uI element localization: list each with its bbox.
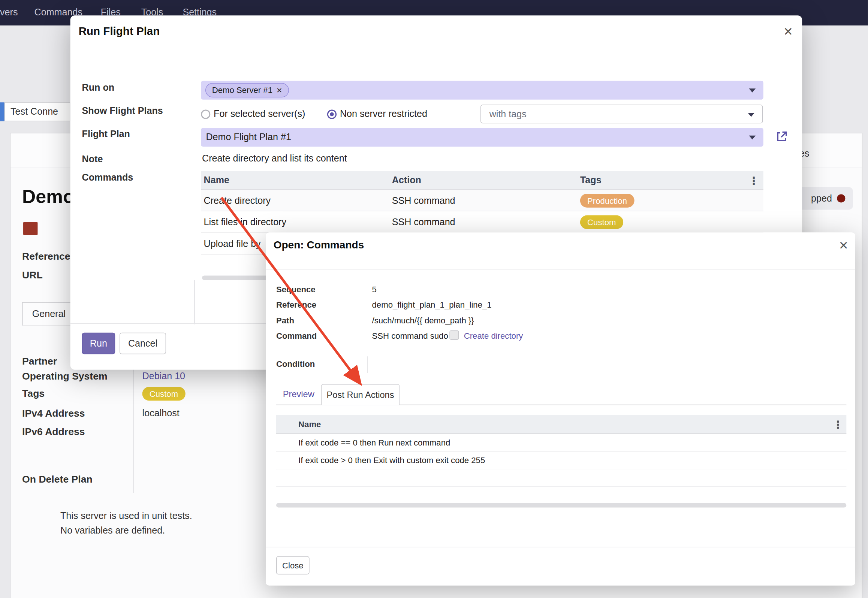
cell-name: Upload file by <box>204 239 261 250</box>
tab-preview[interactable]: Preview <box>283 390 314 400</box>
on-delete-plan-label: On Delete Plan <box>22 474 93 485</box>
server-chip[interactable]: Demo Server #1✕ <box>205 83 289 97</box>
kebab-menu-icon[interactable]: ⋮ <box>748 175 759 186</box>
flight-plan-value: Demo Flight Plan #1 <box>206 132 291 143</box>
cell-name: If exit code == 0 then Run next command <box>298 438 450 447</box>
server-chip-label: Demo Server #1 <box>212 85 272 94</box>
table-row[interactable]: If exit code > 0 then Exit with custom e… <box>276 451 846 469</box>
stopped-dot-icon <box>837 194 845 202</box>
commands-label: Commands <box>82 172 133 183</box>
tags-label: Tags <box>22 388 45 399</box>
tab-general-label: General <box>32 309 66 320</box>
commands-table-header: Name Action Tags ⋮ <box>201 171 763 190</box>
tag-badge: Custom <box>580 215 623 229</box>
sequence-value: 5 <box>372 284 377 294</box>
test-connection-label: Test Conne <box>10 106 58 118</box>
command-value: SSH command sudo <box>372 331 448 340</box>
external-link-icon[interactable] <box>775 131 787 143</box>
chip-remove-icon[interactable]: ✕ <box>276 86 282 94</box>
tags-custom-badge[interactable]: Custom <box>142 387 186 401</box>
sequence-label: Sequence <box>276 284 316 294</box>
create-directory-link[interactable]: Create directory <box>464 331 523 340</box>
flight-plan-label: Flight Plan <box>82 129 130 140</box>
command-label: Command <box>276 331 317 340</box>
table-row[interactable]: Create directory SSH command Production <box>201 190 763 212</box>
tag-badge: Production <box>580 194 634 208</box>
command-checkbox[interactable] <box>449 330 459 340</box>
show-flight-plans-label: Show Flight Plans <box>82 106 163 117</box>
ipv6-label: IPv6 Address <box>22 426 85 438</box>
table-row[interactable]: If exit code == 0 then Run next command <box>276 434 846 451</box>
ipv4-value: localhost <box>142 408 180 419</box>
with-tags-select[interactable]: with tags <box>480 105 763 123</box>
unit-tests-note-2: No variables are defined. <box>60 525 165 537</box>
kebab-menu-icon[interactable]: ⋮ <box>832 420 843 430</box>
cell-action: SSH command <box>392 195 455 206</box>
col-tags[interactable]: Tags <box>580 175 602 186</box>
color-swatch[interactable] <box>23 222 37 235</box>
cancel-button[interactable]: Cancel <box>120 333 166 354</box>
actions-table-header: Name ⋮ <box>276 415 846 434</box>
note-label: Note <box>82 154 103 165</box>
table-row-empty <box>276 469 846 487</box>
os-value[interactable]: Debian 10 <box>142 371 185 382</box>
reference-label: Reference <box>276 300 316 309</box>
table-row[interactable]: List files in directory SSH command Cust… <box>201 211 763 233</box>
tab-post-run-actions[interactable]: Post Run Actions <box>321 384 400 405</box>
unit-tests-note-1: This server is used in unit tests. <box>60 511 192 522</box>
cell-action: SSH command <box>392 217 455 228</box>
run-on-label: Run on <box>82 82 114 94</box>
note-value: Create directory and list its content <box>202 153 347 164</box>
radio-non-restricted[interactable] <box>327 109 337 119</box>
server-title: Demo <box>22 186 75 208</box>
with-tags-value: with tags <box>489 109 527 120</box>
open-commands-modal: Open: Commands ✕ Sequence 5 Reference de… <box>266 232 855 585</box>
run-on-field[interactable]: Demo Server #1✕ <box>201 81 763 100</box>
col-name[interactable]: Name <box>204 175 229 186</box>
chevron-down-icon[interactable] <box>749 88 756 92</box>
radio-non-restricted-label[interactable]: Non server restricted <box>340 108 427 120</box>
run-button[interactable]: Run <box>82 333 115 354</box>
radio-selected-servers-label[interactable]: For selected server(s) <box>214 108 305 120</box>
screen: vers Commands Files Tools Settings Test … <box>0 0 868 598</box>
modal-footer-divider <box>266 547 855 547</box>
chevron-down-icon[interactable] <box>748 113 754 117</box>
hidden-button-fragment[interactable] <box>0 102 4 121</box>
cell-name: If exit code > 0 then Exit with custom e… <box>298 456 485 465</box>
col-action[interactable]: Action <box>392 175 421 186</box>
reference-value: demo_flight_plan_1_plan_line_1 <box>372 300 492 309</box>
reference-label: Reference <box>22 251 70 262</box>
os-label: Operating System <box>22 371 108 383</box>
test-connection-button[interactable]: Test Conne <box>4 102 70 121</box>
path-label: Path <box>276 315 294 325</box>
commands-modal-title: Open: Commands <box>274 239 364 251</box>
status-stopped-badge[interactable]: pped <box>798 187 853 210</box>
table-scrollbar[interactable] <box>276 503 846 508</box>
url-label: URL <box>22 269 43 281</box>
form-divider <box>133 355 134 493</box>
nav-item-servers[interactable]: vers <box>0 7 18 18</box>
close-icon[interactable]: ✕ <box>783 25 793 37</box>
partner-label: Partner <box>22 356 57 368</box>
label-column-divider <box>194 280 195 324</box>
close-icon[interactable]: ✕ <box>839 240 849 251</box>
path-value: /such/much/{{ demo_path }} <box>372 315 474 325</box>
cell-name: Create directory <box>204 195 271 206</box>
ipv4-label: IPv4 Address <box>22 408 85 420</box>
run-modal-title: Run Flight Plan <box>79 25 160 37</box>
status-text-fragment: pped <box>811 193 832 204</box>
cell-name: List files in directory <box>204 217 286 228</box>
chevron-down-icon[interactable] <box>749 136 756 139</box>
condition-label: Condition <box>276 359 315 369</box>
col-name[interactable]: Name <box>298 420 321 429</box>
modal-header-divider <box>266 269 855 269</box>
condition-field-divider <box>367 356 367 373</box>
radio-selected-servers[interactable] <box>201 109 210 119</box>
close-button[interactable]: Close <box>276 556 310 574</box>
flight-plan-select[interactable]: Demo Flight Plan #1 <box>201 128 763 147</box>
